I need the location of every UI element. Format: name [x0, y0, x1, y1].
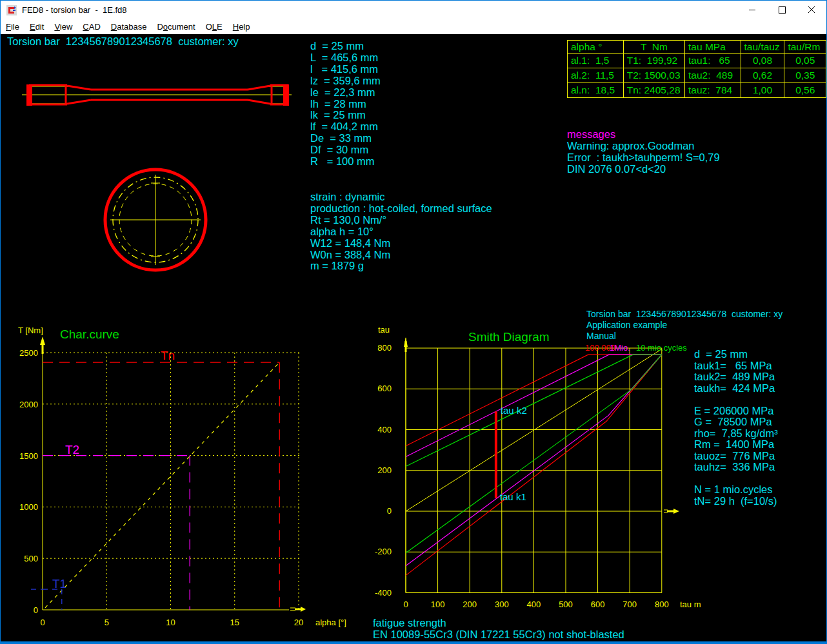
text-line: tauoz= 776 MPa	[694, 451, 778, 462]
text-line: l = 415,6 mm	[310, 64, 381, 75]
text-line: E = 206000 MPa	[694, 405, 778, 417]
text-line: L = 465,6 mm	[310, 52, 381, 64]
svg-text:alpha [°]: alpha [°]	[315, 618, 346, 627]
svg-text:Smith Diagram: Smith Diagram	[468, 330, 550, 344]
svg-text:tau m: tau m	[680, 600, 701, 609]
table-cell: tauz: 784	[685, 83, 741, 98]
text-line: lf = 404,2 mm	[310, 121, 381, 133]
svg-text:2500: 2500	[19, 348, 38, 358]
svg-text:300: 300	[495, 600, 509, 609]
menu-bar: FileEditViewCADDatabaseDocumentOLEHelp	[1, 19, 826, 34]
messages-block: Warning: approx.GoodmanError : taukh>tau…	[567, 140, 720, 175]
menu-item-help[interactable]: Help	[228, 20, 255, 34]
text-line: taukh= 424 MPa	[694, 383, 778, 395]
text-line	[694, 473, 778, 485]
text-line: Df = 30 mm	[310, 144, 381, 156]
svg-text:1500: 1500	[19, 451, 38, 461]
svg-text:Char.curve: Char.curve	[60, 327, 119, 341]
window-title: FED8 - torsion bar - 1E.fd8	[22, 5, 127, 15]
table-header: tau/Rm	[784, 41, 826, 54]
svg-text:-200: -200	[375, 547, 392, 556]
text-line: G = 78500 MPa	[694, 416, 778, 428]
text-line: Application example	[586, 320, 782, 331]
table-cell: 0,08	[741, 54, 784, 68]
svg-text:400: 400	[377, 425, 392, 434]
menu-item-document[interactable]: Document	[152, 20, 200, 34]
text-line: d = 25 mm	[694, 349, 778, 360]
maximize-button[interactable]	[767, 1, 797, 19]
svg-text:200: 200	[463, 600, 477, 609]
table-cell: al.2: 11,5	[568, 68, 624, 83]
table-cell: T2: 1500,03	[623, 68, 684, 83]
table-row: al.n: 18,5Tn: 2405,28tauz: 7841,000,56	[568, 83, 826, 98]
svg-text:10 mio.cycles: 10 mio.cycles	[636, 343, 687, 353]
text-line: W0n = 388,4 Nm	[310, 249, 492, 261]
text-line	[694, 394, 778, 405]
svg-text:15: 15	[230, 618, 239, 627]
minimize-button[interactable]	[737, 1, 767, 19]
svg-text:T1: T1	[52, 577, 66, 590]
text-line: tN= 29 h (f=10/s)	[694, 496, 778, 507]
svg-text:T2: T2	[65, 443, 79, 456]
text-line: le = 22,3 mm	[310, 87, 381, 99]
smith-header-block: Torsion bar 123456789012345678 customer:…	[586, 309, 782, 342]
table-cell: tau2: 489	[685, 68, 741, 83]
text-line: R = 100 mm	[310, 156, 381, 168]
table-cell: al.n: 18,5	[568, 83, 624, 98]
text-line: strain : dynamic	[310, 191, 492, 203]
table-cell: 0,56	[784, 83, 826, 98]
table-cell: al.1: 1,5	[568, 54, 624, 68]
properties-block: strain : dynamicproduction : hot-coiled,…	[310, 191, 492, 272]
svg-text:10: 10	[166, 618, 175, 627]
drawing-title: Torsion bar 123456789012345678 customer:…	[7, 36, 239, 48]
text-line: lh = 28 mm	[310, 99, 381, 110]
text-line: tauk2= 489 MPa	[694, 371, 778, 383]
text-line: d = 25 mm	[310, 41, 381, 52]
text-line: Torsion bar 123456789012345678 customer:…	[586, 309, 782, 320]
menu-item-cad[interactable]: CAD	[77, 20, 105, 34]
table-row: al.2: 11,5T2: 1500,03tau2: 4890,620,35	[568, 68, 826, 83]
text-line: Rm = 1400 MPa	[694, 439, 778, 451]
svg-text:800: 800	[655, 600, 669, 609]
text-line: EN 10089-55Cr3 (DIN 17221 55Cr3) not sho…	[373, 629, 624, 640]
svg-text:tau k2: tau k2	[501, 405, 527, 416]
text-line: lz = 359,6 mm	[310, 75, 381, 87]
text-line: W12 = 148,4 Nm	[310, 238, 492, 249]
svg-text:T [Nm]: T [Nm]	[18, 326, 43, 335]
text-line: Rt = 130,0 Nm/°	[310, 215, 492, 226]
svg-text:100: 100	[431, 600, 445, 609]
app-window: FED8 - torsion bar - 1E.fd8 FileEditView…	[0, 0, 827, 644]
text-line: lk = 25 mm	[310, 110, 381, 121]
menu-item-view[interactable]: View	[49, 20, 77, 34]
svg-text:500: 500	[559, 600, 573, 609]
svg-text:20: 20	[294, 618, 303, 627]
menu-item-edit[interactable]: Edit	[25, 20, 49, 34]
table-cell: 0,05	[784, 54, 826, 68]
svg-text:400: 400	[527, 600, 541, 609]
text-line: Manual	[586, 331, 782, 342]
text-line: De = 33 mm	[310, 133, 381, 144]
menu-item-file[interactable]: File	[1, 20, 25, 34]
messages-title: messages	[567, 128, 615, 140]
text-line: N = 1 mio.cycles	[694, 484, 778, 496]
footer-block: fatigue strengthEN 10089-55Cr3 (DIN 1722…	[373, 617, 624, 640]
table-header: alpha °	[568, 41, 624, 54]
close-button[interactable]	[797, 1, 826, 19]
title-bar[interactable]: FED8 - torsion bar - 1E.fd8	[1, 1, 826, 19]
table-cell: 0,62	[741, 68, 784, 83]
svg-text:600: 600	[591, 600, 605, 609]
text-line: production : hot-coiled, formed surface	[310, 203, 492, 215]
menu-item-database[interactable]: Database	[106, 20, 152, 34]
table-header: tau MPa	[685, 41, 741, 54]
svg-text:-400: -400	[375, 588, 392, 598]
svg-text:1000: 1000	[19, 502, 38, 512]
svg-text:0: 0	[403, 600, 408, 609]
svg-text:tau: tau	[378, 325, 390, 335]
svg-text:100 000: 100 000	[585, 343, 615, 353]
text-line: m = 1879 g	[310, 260, 492, 272]
table-cell: 0,35	[784, 68, 826, 83]
menu-item-ole[interactable]: OLE	[201, 20, 228, 34]
table-cell: 1,00	[741, 83, 784, 98]
svg-text:Tn: Tn	[161, 349, 175, 362]
table-header: T Nm	[623, 41, 684, 54]
